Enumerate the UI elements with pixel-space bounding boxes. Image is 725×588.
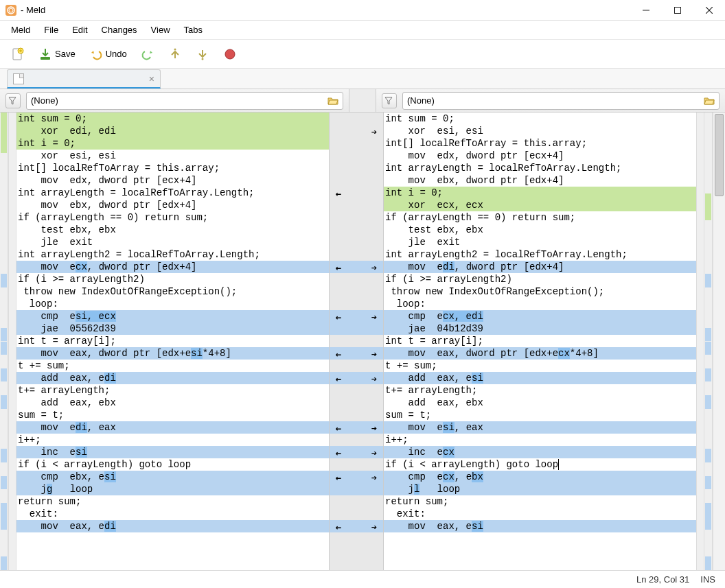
- menu-meld[interactable]: Meld: [4, 22, 37, 38]
- left-code-pane[interactable]: int sum = 0; xor edi, ediint i = 0; xor …: [16, 113, 329, 570]
- code-line[interactable]: cmp esi, ecx: [16, 310, 329, 322]
- open-file-icon[interactable]: [327, 95, 338, 106]
- code-line[interactable]: t += sum;: [384, 360, 696, 372]
- right-file-selector[interactable]: (None): [402, 92, 720, 110]
- maximize-button[interactable]: [662, 0, 693, 21]
- code-line[interactable]: mov eax, dword ptr [edx+ecx*4+8]: [384, 347, 696, 360]
- left-file-selector[interactable]: (None): [26, 92, 343, 110]
- code-line[interactable]: if (i < arrayLength) goto loop: [384, 458, 696, 471]
- undo-button[interactable]: Undo: [85, 45, 131, 64]
- minimize-button[interactable]: [630, 0, 662, 21]
- code-line[interactable]: int sum = 0;: [384, 113, 696, 125]
- code-line[interactable]: mov eax, edi: [16, 520, 329, 532]
- code-line[interactable]: loop:: [384, 298, 696, 310]
- push-right-arrow[interactable]: ➔: [368, 373, 380, 385]
- code-line[interactable]: if (arrayLength == 0) return sum;: [384, 211, 696, 224]
- code-line[interactable]: sum = t;: [16, 409, 329, 421]
- code-line[interactable]: exit:: [384, 508, 696, 520]
- push-right-arrow[interactable]: ➔: [368, 348, 380, 360]
- menu-view[interactable]: View: [144, 22, 177, 38]
- code-line[interactable]: int arrayLength = localRefToArray.Length…: [384, 162, 696, 174]
- menu-tabs[interactable]: Tabs: [177, 22, 209, 38]
- push-right-arrow[interactable]: ➔: [368, 447, 380, 459]
- menu-changes[interactable]: Changes: [95, 22, 144, 38]
- code-line[interactable]: xor ecx, ecx: [384, 199, 696, 211]
- code-line[interactable]: mov edx, dword ptr [ecx+4]: [384, 150, 696, 162]
- code-line[interactable]: xor esi, esi: [16, 150, 329, 162]
- code-line[interactable]: mov eax, dword ptr [edx+esi*4+8]: [16, 347, 329, 360]
- push-right-arrow[interactable]: ➔: [368, 422, 380, 434]
- code-line[interactable]: if (i < arrayLength) goto loop: [16, 458, 329, 471]
- code-line[interactable]: add eax, ebx: [384, 397, 696, 409]
- code-line[interactable]: jl loop: [384, 483, 696, 495]
- code-line[interactable]: add eax, edi: [16, 372, 329, 384]
- new-comparison-button[interactable]: [7, 45, 29, 64]
- push-right-arrow[interactable]: ➔: [368, 126, 380, 138]
- push-right-arrow[interactable]: ➔: [368, 261, 380, 274]
- code-line[interactable]: return sum;: [384, 495, 696, 508]
- code-line[interactable]: inc ecx: [384, 446, 696, 458]
- code-line[interactable]: loop:: [16, 298, 329, 310]
- push-right-arrow[interactable]: ➔: [368, 521, 380, 533]
- code-line[interactable]: int arrayLength = localRefToArray.Length…: [16, 187, 329, 199]
- redo-button[interactable]: [137, 45, 159, 64]
- code-line[interactable]: xor esi, esi: [384, 125, 696, 137]
- push-left-arrow[interactable]: ←: [332, 187, 345, 200]
- open-file-icon[interactable]: [704, 95, 715, 106]
- save-button[interactable]: Save: [34, 45, 80, 64]
- code-line[interactable]: xor edi, edi: [16, 125, 329, 137]
- code-line[interactable]: mov ebx, dword ptr [edx+4]: [384, 174, 696, 187]
- code-line[interactable]: exit:: [16, 508, 329, 520]
- code-line[interactable]: mov ebx, dword ptr [edx+4]: [16, 199, 329, 211]
- code-line[interactable]: int[] localRefToArray = this.array;: [384, 137, 696, 150]
- code-line[interactable]: int arrayLength2 = localRefToArray.Lengt…: [16, 248, 329, 261]
- left-minimap[interactable]: [0, 113, 8, 570]
- code-line[interactable]: return sum;: [16, 495, 329, 508]
- code-line[interactable]: jae 04b12d39: [384, 322, 696, 335]
- code-line[interactable]: throw new IndexOutOfRangeException();: [16, 285, 329, 298]
- code-line[interactable]: mov ecx, dword ptr [edx+4]: [16, 261, 329, 273]
- center-link-column[interactable]: ➔←➔←➔←➔←➔←➔←➔←➔←➔←: [329, 113, 384, 570]
- tab-close-button[interactable]: ×: [149, 74, 154, 84]
- code-line[interactable]: jle exit: [384, 236, 696, 248]
- tab-active[interactable]: ×: [7, 69, 161, 89]
- push-left-arrow[interactable]: ←: [332, 521, 345, 533]
- code-line[interactable]: add eax, ebx: [16, 397, 329, 409]
- code-line[interactable]: int arrayLength2 = localRefToArray.Lengt…: [384, 248, 696, 261]
- code-line[interactable]: i++;: [384, 434, 696, 446]
- code-line[interactable]: if (i >= arrayLength2): [16, 273, 329, 285]
- code-line[interactable]: cmp ecx, edi: [384, 310, 696, 322]
- code-line[interactable]: mov eax, esi: [384, 520, 696, 532]
- push-left-arrow[interactable]: ←: [332, 471, 345, 484]
- next-change-button[interactable]: [192, 45, 214, 64]
- right-minimap[interactable]: [704, 113, 713, 570]
- code-line[interactable]: if (arrayLength == 0) return sum;: [16, 211, 329, 224]
- stop-button[interactable]: [219, 45, 241, 64]
- code-line[interactable]: int t = array[i];: [384, 335, 696, 347]
- code-line[interactable]: t += sum;: [16, 360, 329, 372]
- code-line[interactable]: int sum = 0;: [16, 113, 329, 125]
- push-right-arrow[interactable]: ➔: [368, 311, 380, 323]
- push-left-arrow[interactable]: ←: [332, 311, 345, 323]
- vertical-scrollbar[interactable]: [713, 113, 725, 570]
- code-line[interactable]: test ebx, ebx: [16, 224, 329, 236]
- code-line[interactable]: int[] localRefToArray = this.array;: [16, 162, 329, 174]
- code-line[interactable]: throw new IndexOutOfRangeException();: [384, 285, 696, 298]
- push-left-arrow[interactable]: ←: [332, 422, 345, 434]
- menu-edit[interactable]: Edit: [65, 22, 94, 38]
- push-left-arrow[interactable]: ←: [332, 261, 345, 274]
- collapse-right-button[interactable]: [382, 93, 397, 108]
- code-line[interactable]: i++;: [16, 434, 329, 446]
- code-line[interactable]: cmp ecx, ebx: [384, 471, 696, 483]
- code-line[interactable]: add eax, esi: [384, 372, 696, 384]
- push-left-arrow[interactable]: ←: [332, 447, 345, 459]
- push-left-arrow[interactable]: ←: [332, 373, 345, 385]
- push-left-arrow[interactable]: ←: [332, 348, 345, 360]
- menu-file[interactable]: File: [37, 22, 65, 38]
- code-line[interactable]: int i = 0;: [384, 187, 696, 199]
- code-line[interactable]: mov edi, eax: [16, 421, 329, 434]
- scroll-thumb[interactable]: [715, 114, 724, 196]
- code-line[interactable]: int t = array[i];: [16, 335, 329, 347]
- code-line[interactable]: t+= arrayLength;: [384, 384, 696, 397]
- right-code-pane[interactable]: int sum = 0; xor esi, esiint[] localRefT…: [384, 113, 696, 570]
